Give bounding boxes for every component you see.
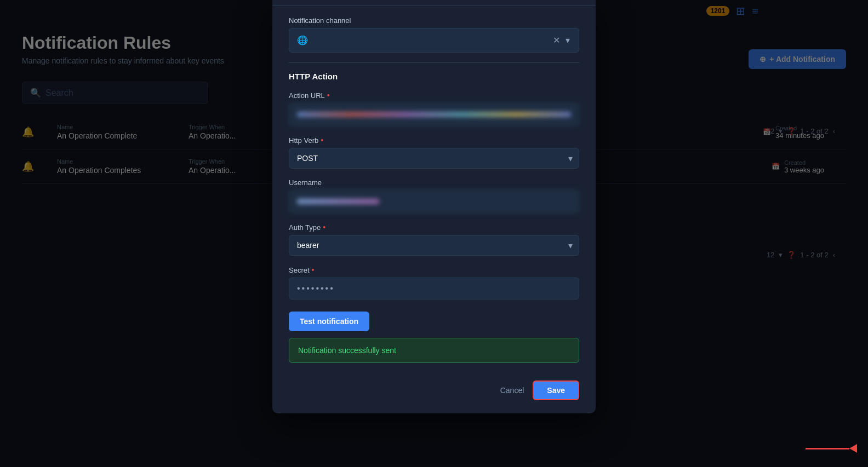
http-verb-label: Http Verb • — [289, 136, 579, 145]
http-verb-label-text: Http Verb — [289, 136, 318, 145]
secret-dots: •••••••• — [297, 284, 335, 293]
required-marker-4: • — [312, 266, 315, 274]
channel-label-text: Notification channel — [289, 16, 351, 25]
success-message: Notification successfully sent — [298, 346, 396, 355]
channel-actions: ✕ ▾ — [552, 34, 571, 47]
http-verb-select-wrapper: POST GET PUT PATCH DELETE — [289, 148, 579, 169]
required-marker-2: • — [321, 136, 323, 145]
secret-input[interactable]: •••••••• — [289, 278, 579, 299]
clear-channel-button[interactable]: ✕ — [552, 34, 561, 47]
action-url-input[interactable] — [289, 103, 579, 126]
modal-dialog: Notification channel 🌐 ✕ ▾ HTTP Action A… — [272, 0, 596, 413]
secret-label: Secret • — [289, 266, 579, 274]
username-group: Username — [289, 178, 579, 213]
blurred-url-content — [297, 112, 571, 117]
channel-dropdown-button[interactable]: ▾ — [564, 34, 571, 47]
secret-label-text: Secret — [289, 266, 310, 274]
test-notification-label: Test notification — [300, 317, 358, 326]
http-verb-select[interactable]: POST GET PUT PATCH DELETE — [289, 148, 579, 169]
http-verb-group: Http Verb • POST GET PUT PATCH DELETE — [289, 136, 579, 169]
modal-top-bar — [272, 0, 596, 5]
channel-label: Notification channel — [289, 16, 579, 25]
secret-group: Secret • •••••••• — [289, 266, 579, 299]
divider-1 — [289, 62, 579, 63]
arrow-indicator — [806, 444, 857, 453]
http-action-title: HTTP Action — [289, 72, 579, 81]
auth-type-group: Auth Type • bearer basic none — [289, 223, 579, 256]
http-action-group: HTTP Action — [289, 72, 579, 81]
channel-form-group: Notification channel 🌐 ✕ ▾ — [289, 16, 579, 53]
success-banner: Notification successfully sent — [289, 338, 579, 363]
action-url-label: Action URL • — [289, 91, 579, 100]
save-button[interactable]: Save — [533, 380, 579, 400]
auth-type-label: Auth Type • — [289, 223, 579, 232]
arrow-head — [849, 444, 857, 453]
auth-type-select[interactable]: bearer basic none — [289, 235, 579, 256]
save-label: Save — [547, 386, 565, 395]
action-url-label-text: Action URL — [289, 91, 325, 100]
auth-type-select-wrapper: bearer basic none — [289, 235, 579, 256]
channel-select[interactable]: 🌐 ✕ ▾ — [289, 28, 579, 53]
username-label-text: Username — [289, 178, 322, 187]
modal-footer: Cancel Save — [272, 374, 596, 402]
auth-type-label-text: Auth Type — [289, 223, 321, 232]
cancel-label: Cancel — [500, 386, 524, 395]
cancel-button[interactable]: Cancel — [500, 386, 524, 395]
test-notification-button[interactable]: Test notification — [289, 312, 369, 331]
action-url-group: Action URL • — [289, 91, 579, 126]
blurred-username-content — [297, 199, 379, 204]
required-marker: • — [327, 91, 330, 100]
required-marker-3: • — [323, 223, 326, 232]
arrow-line — [806, 448, 849, 449]
username-input[interactable] — [289, 190, 579, 213]
globe-icon: 🌐 — [297, 35, 308, 45]
modal-body: Notification channel 🌐 ✕ ▾ HTTP Action A… — [272, 5, 596, 374]
username-label: Username — [289, 178, 579, 187]
